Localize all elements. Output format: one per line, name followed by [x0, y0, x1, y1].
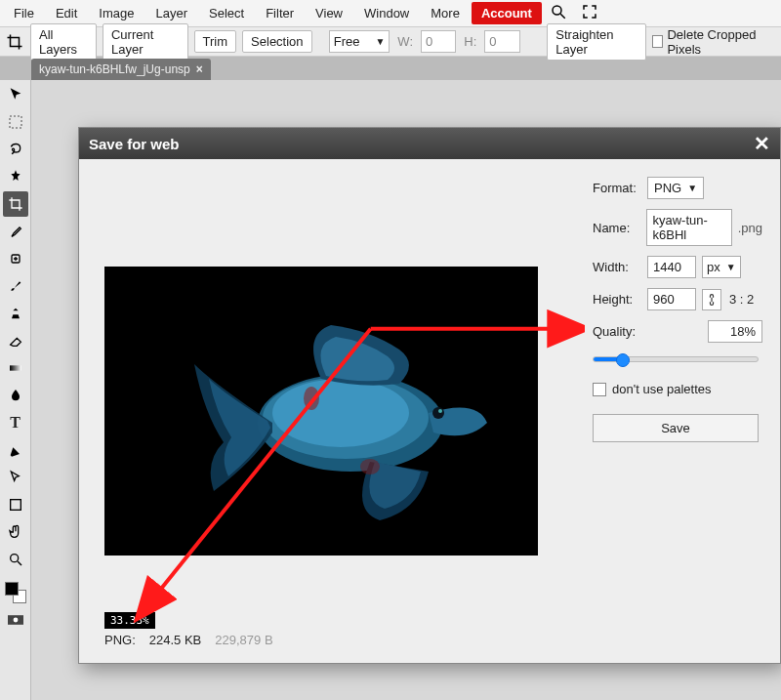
opt-selection[interactable]: Selection	[242, 30, 311, 53]
close-tab-icon[interactable]: ×	[196, 62, 203, 76]
path-select-tool-icon[interactable]	[3, 465, 28, 490]
quick-mask-icon[interactable]	[3, 607, 28, 633]
marquee-tool-icon[interactable]	[3, 109, 28, 135]
tab-bar: kyaw-tun-k6BHLfw_jUg-unsp ×	[0, 57, 781, 80]
options-bar: All Layers Current Layer Trim Selection …	[0, 27, 781, 57]
menu-more[interactable]: More	[421, 2, 470, 24]
width-label: Width:	[593, 260, 641, 274]
image-preview[interactable]	[104, 267, 538, 556]
hand-tool-icon[interactable]	[3, 519, 28, 545]
tool-column: T	[0, 80, 31, 700]
palettes-checkbox[interactable]: don't use palettes	[593, 382, 762, 396]
menu-layer[interactable]: Layer	[146, 2, 198, 24]
chevron-down-icon: ▼	[726, 262, 736, 272]
menu-image[interactable]: Image	[89, 2, 144, 24]
height-label: Height:	[593, 292, 641, 307]
opt-ratio-label: Free	[334, 34, 360, 49]
opt-h-label: H:	[462, 34, 478, 49]
opt-delete-cropped-label: Delete Cropped Pixels	[667, 27, 777, 57]
slider-thumb[interactable]	[616, 353, 630, 367]
opt-width-input[interactable]: 0	[421, 30, 456, 53]
checkbox-icon	[652, 35, 664, 48]
chevron-down-icon: ▼	[375, 36, 385, 47]
crop-tool-icon-active[interactable]	[3, 191, 28, 217]
fish-image	[104, 267, 538, 556]
eraser-tool-icon[interactable]	[3, 328, 28, 353]
file-info: PNG: 224.5 KB 229,879 B	[104, 633, 575, 647]
opt-height-input[interactable]: 0	[484, 30, 519, 53]
svg-line-7	[18, 561, 21, 565]
svg-rect-5	[10, 500, 21, 511]
save-for-web-dialog: Save for web ✕	[78, 127, 781, 664]
dialog-preview-pane: 33.33% PNG: 224.5 KB 229,879 B	[79, 159, 585, 663]
checkbox-icon	[593, 383, 606, 396]
width-input[interactable]: 1440	[647, 256, 696, 278]
color-swatches[interactable]	[3, 580, 28, 605]
shape-tool-icon[interactable]	[3, 492, 28, 517]
lasso-tool-icon[interactable]	[3, 137, 28, 162]
save-button[interactable]: Save	[593, 414, 759, 442]
document-tab-label: kyaw-tun-k6BHLfw_jUg-unsp	[39, 62, 190, 76]
opt-straighten[interactable]: Straighten Layer	[547, 23, 646, 61]
menu-select[interactable]: Select	[199, 2, 254, 24]
clone-tool-icon[interactable]	[3, 301, 28, 326]
menu-filter[interactable]: Filter	[256, 2, 304, 24]
svg-point-14	[432, 407, 444, 419]
dialog-title: Save for web	[89, 136, 180, 152]
file-format-label: PNG:	[104, 633, 136, 647]
file-size: 224.5 KB	[149, 633, 202, 647]
svg-point-16	[304, 387, 319, 410]
svg-line-1	[560, 14, 565, 19]
aspect-ratio: 3 : 2	[729, 292, 754, 307]
move-tool-icon[interactable]	[3, 82, 28, 107]
brush-tool-icon[interactable]	[3, 273, 28, 299]
name-ext: .png	[738, 221, 762, 235]
file-bytes: 229,879 B	[215, 633, 272, 647]
gradient-tool-icon[interactable]	[3, 355, 28, 381]
quality-label: Quality:	[593, 324, 636, 339]
opt-all-layers[interactable]: All Layers	[30, 23, 97, 61]
zoom-tool-icon[interactable]	[3, 547, 28, 572]
zoom-level-badge[interactable]: 33.33%	[104, 612, 155, 629]
blur-tool-icon[interactable]	[3, 383, 28, 408]
name-input[interactable]: kyaw-tun-k6BHl	[646, 209, 731, 246]
palettes-label: don't use palettes	[612, 382, 712, 396]
menu-edit[interactable]: Edit	[46, 2, 87, 24]
svg-point-17	[360, 459, 380, 474]
menu-file[interactable]: File	[4, 2, 44, 24]
dialog-controls-pane: Format: PNG▼ Name: kyaw-tun-k6BHl .png W…	[585, 159, 780, 663]
svg-point-0	[553, 6, 561, 15]
opt-w-label: W:	[395, 34, 415, 49]
opt-current-layer[interactable]: Current Layer	[103, 23, 188, 61]
svg-rect-2	[10, 116, 21, 128]
type-tool-icon[interactable]: T	[3, 410, 28, 435]
svg-point-15	[438, 409, 442, 413]
dialog-titlebar: Save for web ✕	[79, 128, 780, 159]
chevron-down-icon: ▼	[687, 183, 697, 193]
opt-delete-cropped[interactable]: Delete Cropped Pixels	[652, 27, 777, 57]
opt-trim[interactable]: Trim	[194, 30, 237, 53]
eyedropper-tool-icon[interactable]	[3, 219, 28, 244]
svg-point-9	[13, 618, 18, 623]
close-dialog-icon[interactable]: ✕	[754, 132, 770, 155]
pen-tool-icon[interactable]	[3, 437, 28, 463]
svg-point-6	[10, 555, 18, 562]
link-aspect-icon[interactable]	[702, 289, 721, 310]
menu-window[interactable]: Window	[354, 2, 419, 24]
width-unit-select[interactable]: px▼	[702, 256, 741, 278]
svg-rect-4	[10, 365, 21, 370]
format-select[interactable]: PNG▼	[647, 177, 704, 199]
heal-tool-icon[interactable]	[3, 246, 28, 271]
quality-slider[interactable]	[593, 356, 759, 362]
wand-tool-icon[interactable]	[3, 164, 28, 189]
quality-input[interactable]: 18%	[708, 320, 762, 343]
name-label: Name:	[593, 221, 640, 235]
height-input[interactable]: 960	[647, 288, 696, 310]
format-label: Format:	[593, 181, 641, 195]
menu-view[interactable]: View	[306, 2, 352, 24]
opt-ratio-select[interactable]: Free▼	[329, 30, 390, 53]
menu-account[interactable]: Account	[472, 2, 542, 24]
crop-tool-icon[interactable]	[4, 29, 24, 55]
document-tab[interactable]: kyaw-tun-k6BHLfw_jUg-unsp ×	[31, 59, 211, 80]
svg-point-13	[272, 379, 409, 447]
